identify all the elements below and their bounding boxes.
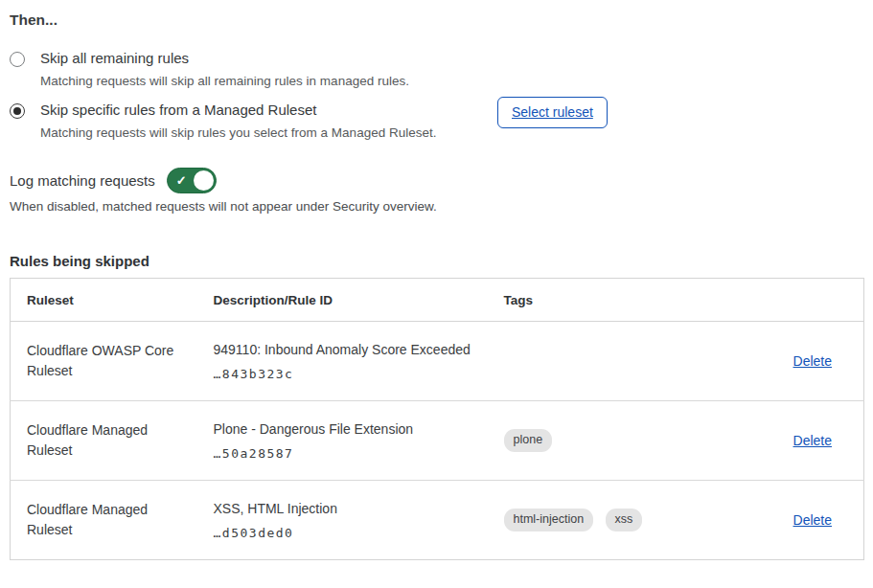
log-matching-row: Log matching requests ✓: [10, 168, 863, 193]
option-label: Skip specific rules from a Managed Rules…: [40, 102, 436, 119]
radio-skip-all-rules[interactable]: [10, 52, 25, 67]
ruleset-name: Cloudflare Managed Ruleset: [27, 420, 190, 461]
toggle-knob: [194, 170, 214, 191]
column-header-actions: [734, 279, 864, 322]
ruleset-name: Cloudflare Managed Ruleset: [27, 500, 190, 540]
option-description: Matching requests will skip rules you se…: [40, 125, 436, 141]
option-text: Skip all remaining rules Matching reques…: [40, 50, 409, 89]
log-matching-label: Log matching requests: [10, 172, 155, 189]
delete-button[interactable]: Delete: [793, 353, 832, 369]
table-row: Cloudflare OWASP Core Ruleset 949110: In…: [11, 322, 864, 401]
tag-badge: xss: [606, 509, 643, 531]
table-header-row: Ruleset Description/Rule ID Tags: [11, 279, 864, 322]
then-heading: Then...: [10, 11, 863, 29]
option-row-skip-specific: Skip specific rules from a Managed Rules…: [10, 102, 863, 141]
log-matching-description: When disabled, matched requests will not…: [10, 199, 863, 215]
option-label: Skip all remaining rules: [40, 50, 409, 67]
column-header-ruleset: Ruleset: [11, 279, 214, 322]
rule-description: XSS, HTML Injection: [214, 501, 504, 517]
ruleset-name: Cloudflare OWASP Core Ruleset: [27, 341, 190, 381]
table-row: Cloudflare Managed Ruleset XSS, HTML Inj…: [11, 481, 864, 560]
check-icon: ✓: [176, 174, 187, 187]
option-skip-all-rules: Skip all remaining rules Matching reques…: [10, 50, 863, 89]
rules-skipped-section: Rules being skipped Ruleset Description/…: [10, 253, 863, 560]
column-header-tags: Tags: [504, 279, 734, 322]
then-section: Then... Skip all remaining rules Matchin…: [10, 11, 863, 215]
tags-cell: plone: [504, 401, 734, 481]
tags-cell: [504, 322, 734, 401]
option-text: Skip specific rules from a Managed Rules…: [40, 102, 436, 141]
rule-description: Plone - Dangerous File Extension: [214, 421, 504, 438]
tag-badge: html-injection: [504, 509, 594, 531]
rule-description: 949110: Inbound Anomaly Score Exceeded: [214, 342, 504, 358]
rules-skipped-table: Ruleset Description/Rule ID Tags Cloudfl…: [10, 278, 864, 560]
rule-id: …843b323c: [214, 367, 504, 381]
tag-badge: plone: [504, 429, 553, 452]
rules-skipped-heading: Rules being skipped: [10, 253, 863, 269]
column-header-description: Description/Rule ID: [214, 279, 504, 322]
delete-button[interactable]: Delete: [793, 433, 832, 448]
delete-button[interactable]: Delete: [793, 512, 832, 528]
option-description: Matching requests will skip all remainin…: [40, 74, 409, 89]
rule-id: …50a28587: [214, 446, 504, 461]
log-matching-toggle[interactable]: ✓: [167, 168, 217, 193]
option-skip-specific-rules: Skip specific rules from a Managed Rules…: [10, 102, 488, 141]
radio-skip-specific-rules[interactable]: [10, 103, 25, 119]
rule-id: …d503ded0: [214, 526, 504, 540]
tags-cell: html-injection xss: [504, 481, 734, 560]
select-ruleset-button[interactable]: Select ruleset: [497, 97, 608, 128]
table-row: Cloudflare Managed Ruleset Plone - Dange…: [11, 401, 864, 481]
